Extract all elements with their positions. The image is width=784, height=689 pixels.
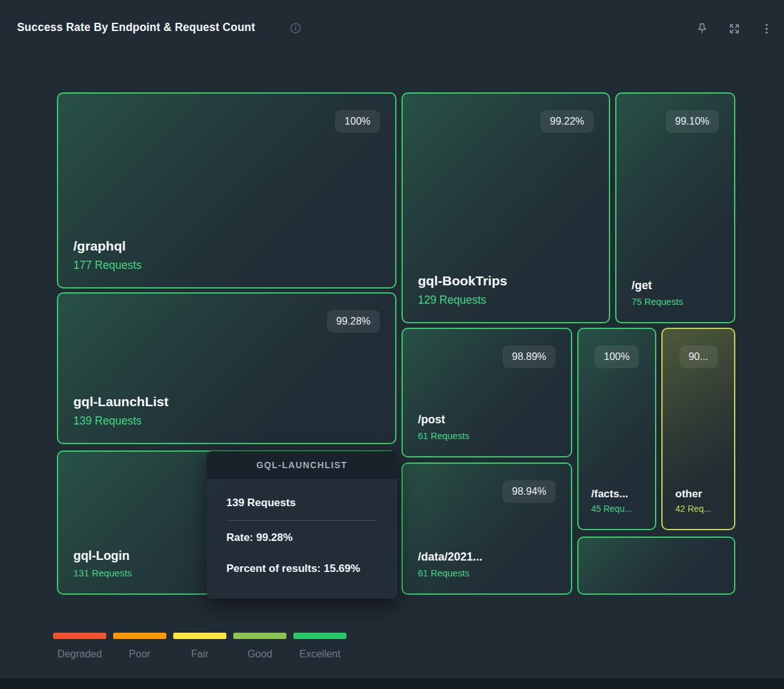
panel-actions [695, 22, 774, 36]
request-count-label: 129 Requests [418, 294, 594, 307]
legend-swatch-excellent [293, 633, 346, 639]
endpoint-label: /facts... [591, 487, 645, 500]
treemap-tile-graphql[interactable]: 100% /graphql 177 Requests [57, 92, 396, 289]
success-rate-badge: 99.10% [666, 110, 719, 133]
success-rate-badge: 100% [335, 110, 380, 133]
page-bottom-strip [0, 678, 784, 689]
legend-label: Fair [173, 649, 226, 660]
tooltip-percent-of-results: Percent of results: 15.69% [226, 562, 377, 575]
legend-item-poor[interactable]: Poor [113, 633, 166, 660]
treemap-tile-gql-booktrips[interactable]: 99.22% gql-BookTrips 129 Requests [401, 92, 610, 323]
legend-swatch-poor [113, 633, 166, 639]
tooltip: GQL-LAUNCHLIST 139 Requests Rate: 99.28%… [207, 451, 397, 599]
endpoint-label: gql-BookTrips [418, 273, 594, 289]
tooltip-divider [226, 520, 377, 521]
success-rate-badge: 98.89% [503, 345, 556, 368]
chart-legend: Degraded Poor Fair Good Excellent [53, 633, 346, 660]
endpoint-label: other [675, 487, 724, 500]
legend-swatch-degraded [53, 633, 106, 639]
panel-title: Success Rate By Endpoint & Request Count [17, 21, 255, 34]
endpoint-label: gql-LaunchList [73, 394, 380, 410]
legend-swatch-fair [173, 633, 226, 639]
success-rate-badge: 100% [594, 345, 639, 368]
treemap-tile-post[interactable]: 98.89% /post 61 Requests [401, 328, 572, 457]
legend-item-good[interactable]: Good [233, 633, 286, 660]
tooltip-rate: Rate: 99.28% [226, 531, 377, 544]
endpoint-label: /get [632, 278, 719, 293]
endpoint-label: /graphql [73, 238, 380, 254]
request-count-label: 177 Requests [73, 259, 380, 272]
legend-item-fair[interactable]: Fair [173, 633, 226, 660]
info-icon[interactable] [289, 22, 302, 35]
success-rate-badge: 99.22% [541, 110, 594, 133]
request-count-label: 139 Requests [73, 414, 380, 428]
treemap-tile-get[interactable]: 99.10% /get 75 Requests [615, 92, 735, 323]
panel-header: Success Rate By Endpoint & Request Count [0, 0, 784, 44]
endpoint-label: /post [418, 413, 556, 427]
kebab-menu-icon[interactable] [759, 22, 774, 36]
request-count-label: 61 Requests [418, 431, 556, 441]
request-count-label: 42 Req... [675, 504, 724, 514]
request-count-label: 75 Requests [632, 297, 719, 307]
treemap-tile-unlabeled[interactable] [577, 537, 735, 595]
treemap-tile-gql-launchlist[interactable]: 99.28% gql-LaunchList 139 Requests [57, 292, 396, 444]
legend-item-degraded[interactable]: Degraded [53, 633, 106, 660]
success-rate-badge: 98.94% [503, 480, 556, 503]
treemap-tile-facts[interactable]: 100% /facts... 45 Requ... [577, 328, 656, 530]
legend-label: Excellent [293, 649, 346, 660]
tooltip-body: 139 Requests Rate: 99.28% Percent of res… [207, 479, 397, 575]
legend-label: Good [233, 649, 286, 660]
pin-icon[interactable] [695, 22, 709, 36]
tooltip-request-count: 139 Requests [226, 497, 377, 509]
success-rate-badge: 99.28% [327, 310, 380, 333]
treemap-tile-other[interactable]: 90... other 42 Req... [661, 328, 735, 530]
legend-item-excellent[interactable]: Excellent [293, 633, 346, 660]
expand-icon[interactable] [727, 22, 742, 36]
request-count-label: 45 Requ... [591, 504, 645, 514]
request-count-label: 61 Requests [418, 568, 556, 578]
legend-label: Poor [113, 649, 166, 660]
success-rate-badge: 90... [679, 345, 718, 368]
legend-label: Degraded [53, 649, 106, 660]
endpoint-label: /data/2021... [418, 550, 556, 564]
tooltip-title: GQL-LAUNCHLIST [207, 451, 397, 479]
legend-swatch-good [233, 633, 286, 639]
treemap-tile-data-2021[interactable]: 98.94% /data/2021... 61 Requests [401, 462, 572, 595]
